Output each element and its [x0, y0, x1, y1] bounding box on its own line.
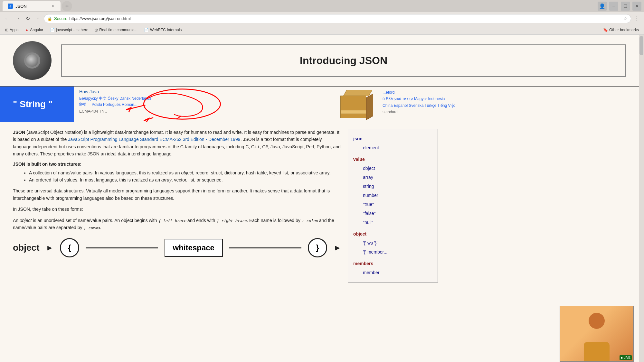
- how-java-link[interactable]: How Java...: [79, 89, 103, 94]
- person-head: [589, 313, 605, 329]
- nav-bar: ← → ↻ ⌂ 🔒 Secure https://www.json.org/js…: [0, 12, 644, 25]
- sidebar-null[interactable]: "null": [363, 218, 432, 227]
- sidebar-element[interactable]: element: [363, 143, 432, 152]
- sidebar-json[interactable]: json: [353, 134, 432, 143]
- ecma-ref-right: standard.: [383, 110, 399, 114]
- browser-window: J JSON × + 👤 − □ × ← → ↻ ⌂ 🔒 Secure http…: [0, 0, 644, 362]
- box-front: [340, 96, 366, 118]
- nav-links-area: How Java... Беларуску 中文 Česky Dansk Ned…: [74, 87, 336, 122]
- video-overlay: ■ LIVE: [560, 306, 634, 362]
- logo-inner: [24, 52, 40, 69]
- sidebar-members[interactable]: members: [353, 259, 432, 268]
- url-display: https://www.json.org/json-en.html: [69, 16, 131, 21]
- forward-button[interactable]: →: [13, 14, 22, 23]
- nav-strip: " String " How Java... Беларуску 中文 Česk…: [0, 86, 639, 122]
- sidebar-value[interactable]: value: [353, 155, 432, 164]
- other-bookmarks[interactable]: 🔖 Other bookmarks: [601, 27, 641, 33]
- video-status: ■ LIVE: [620, 355, 632, 360]
- structures-list: A collection of name/value pairs. In var…: [29, 169, 341, 184]
- nav-links-top: How Java...: [79, 89, 330, 94]
- back-button[interactable]: ←: [3, 14, 12, 23]
- bookmark-apps[interactable]: ⊞ Apps: [3, 27, 21, 33]
- bookmark-webrtc[interactable]: 📄 WebRTC Internals: [141, 27, 184, 33]
- sidebar-member[interactable]: member: [363, 268, 432, 277]
- bookmark-javascript-label: javascript - is there: [56, 28, 89, 32]
- bookmark-folder-icon: 🔖: [603, 28, 608, 32]
- bookmark-angular-label: Angular: [30, 28, 43, 32]
- diagram-line-2: [229, 247, 301, 248]
- sidebar-false[interactable]: "false": [363, 209, 432, 218]
- nav-links-languages: Беларуску 中文 Česky Dansk Nederlands हिन्…: [79, 96, 330, 108]
- minimize-button[interactable]: −: [609, 2, 618, 11]
- profile-button[interactable]: 👤: [598, 2, 607, 11]
- box-tape: [341, 110, 366, 114]
- page-scroll-area: Introducing JSON " String " How Java...: [0, 35, 644, 362]
- scrollbar-thumb[interactable]: [639, 36, 643, 55]
- close-button[interactable]: ×: [632, 2, 641, 11]
- main-area: JSON (JavaScript Object Notation) is a l…: [0, 122, 639, 289]
- new-tab-button[interactable]: +: [62, 1, 72, 11]
- nav-actions: ⋮: [632, 14, 641, 23]
- site-title: Introducing JSON: [300, 55, 387, 66]
- sidebar-object2[interactable]: object: [353, 229, 432, 238]
- diagram-arrow-start: ►: [46, 243, 53, 252]
- page-content: Introducing JSON " String " How Java...: [0, 35, 644, 362]
- whitespace-label: whitespace: [173, 243, 214, 252]
- maximize-button[interactable]: □: [621, 2, 630, 11]
- lang-right: ...eford ά Ελληνικά עברית Magyar Indones…: [377, 87, 639, 122]
- home-button[interactable]: ⌂: [33, 14, 43, 23]
- languages-text: Беларуску 中文 Česky Dansk Nederlands: [79, 96, 151, 101]
- object-def-paragraph: An object is an unordered set of name/va…: [13, 217, 341, 231]
- site-title-box: Introducing JSON: [61, 44, 626, 77]
- angular-bookmark-icon: ▲: [25, 28, 29, 32]
- ecma-text: ECMA-404 Th...: [79, 109, 107, 114]
- bookmark-realtime[interactable]: ◎ Real time communic...: [92, 27, 140, 33]
- sidebar-number[interactable]: number: [363, 191, 432, 200]
- universal-paragraph: These are universal data structures. Vir…: [13, 187, 341, 202]
- diagram-arrow-end: ►: [334, 243, 341, 252]
- sidebar-ws1[interactable]: '{' ws '}': [363, 238, 432, 247]
- apps-bookmark-icon: ⊞: [5, 28, 8, 32]
- box-top: [343, 90, 373, 96]
- page-main: Introducing JSON " String " How Java...: [0, 35, 639, 362]
- refresh-button[interactable]: ↻: [23, 14, 32, 23]
- other-bookmarks-label: Other bookmarks: [609, 28, 639, 32]
- intro-paragraph-1: JSON (JavaScript Object Notation) is a l…: [13, 129, 341, 158]
- scrollbar[interactable]: [639, 35, 644, 362]
- bookmark-angular[interactable]: ▲ Angular: [22, 27, 46, 33]
- ecma-ref: ECMA-404 Th...: [79, 109, 330, 114]
- json-bold: JSON: [13, 130, 25, 135]
- bookmarks-bar: ⊞ Apps ▲ Angular 📄 javascript - is there…: [0, 25, 644, 35]
- diagram-line: [86, 247, 158, 248]
- sidebar-true[interactable]: "true": [363, 200, 432, 209]
- bookmark-javascript[interactable]: 📄 javascript - is there: [47, 27, 91, 33]
- sidebar-object[interactable]: object: [363, 164, 432, 173]
- tab-bar: J JSON × +: [3, 1, 595, 11]
- close-brace-label: }: [316, 243, 319, 252]
- tab-label: JSON: [15, 4, 27, 9]
- object-diagram: object ► { whitespace }: [13, 235, 341, 261]
- bookmark-realtime-label: Real time communic...: [99, 28, 137, 32]
- realtime-bookmark-icon: ◎: [95, 28, 98, 32]
- ecma-link[interactable]: JavaScript Programming Language Standard…: [68, 137, 240, 142]
- sidebar-ws2[interactable]: '{' member...: [363, 247, 432, 256]
- structures-heading: JSON is built on two structures:: [13, 162, 341, 167]
- active-tab[interactable]: J JSON ×: [3, 1, 61, 11]
- title-bar: J JSON × + 👤 − □ ×: [0, 0, 644, 12]
- tab-close-button[interactable]: ×: [50, 4, 55, 9]
- box-image: [336, 87, 377, 122]
- right-end-text: ...eford: [383, 90, 394, 95]
- bookmark-star[interactable]: ☆: [623, 16, 628, 21]
- structure-item-2: An ordered list of values. In most langu…: [29, 176, 341, 183]
- content-right: json element value object array string n…: [348, 129, 438, 283]
- address-bar[interactable]: 🔒 Secure https://www.json.org/json-en.ht…: [44, 14, 631, 23]
- string-box: " String ": [0, 87, 74, 122]
- secure-icon: 🔒: [47, 16, 52, 21]
- bookmark-apps-label: Apps: [10, 28, 18, 32]
- more-menu-button[interactable]: ⋮: [632, 14, 641, 23]
- sidebar-nav: json element value object array string n…: [348, 129, 438, 283]
- sidebar-string[interactable]: string: [363, 182, 432, 191]
- diagram-close-brace: }: [308, 238, 327, 257]
- open-brace-label: {: [68, 243, 71, 252]
- sidebar-array[interactable]: array: [363, 173, 432, 182]
